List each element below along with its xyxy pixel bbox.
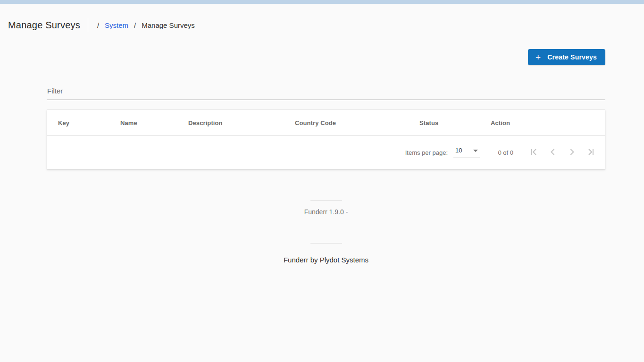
filter-input[interactable] — [47, 85, 605, 100]
previous-page-icon — [547, 146, 559, 159]
last-page-icon — [585, 146, 596, 159]
column-header-action: Action — [491, 119, 605, 126]
page-size-value: 10 — [455, 147, 462, 154]
breadcrumb-current: Manage Surveys — [142, 21, 195, 29]
column-header-name: Name — [120, 119, 188, 126]
page-title: Manage Surveys — [8, 20, 80, 31]
header-divider — [88, 18, 88, 32]
breadcrumb: / System / Manage Surveys — [97, 21, 195, 29]
app-credit-text: Funderr by Plydot Systems — [47, 256, 605, 264]
first-page-icon — [528, 146, 540, 159]
toolbar: + Create Surveys — [0, 49, 605, 65]
surveys-table-card: Key Name Description Country Code Status… — [47, 109, 605, 169]
main-content: Key Name Description Country Code Status… — [47, 85, 605, 264]
column-header-description: Description — [188, 119, 295, 126]
next-page-icon — [566, 146, 577, 159]
column-header-country-code: Country Code — [295, 119, 419, 126]
column-header-key: Key — [47, 119, 120, 126]
next-page-button[interactable] — [562, 143, 581, 162]
table-header-row: Key Name Description Country Code Status… — [47, 110, 605, 136]
previous-page-button[interactable] — [544, 143, 562, 162]
chevron-down-icon — [473, 150, 478, 152]
page-header: Manage Surveys / System / Manage Surveys — [0, 4, 644, 33]
create-surveys-button[interactable]: + Create Surveys — [528, 49, 605, 65]
top-accent-strip — [0, 0, 644, 4]
app-version-text: Funderr 1.9.0 - — [47, 208, 605, 216]
first-page-button[interactable] — [525, 143, 544, 162]
items-per-page-label: Items per page: — [405, 149, 448, 156]
page-size-select[interactable]: 10 — [453, 147, 480, 158]
paginator: Items per page: 10 0 of 0 — [47, 136, 605, 169]
footer-divider — [310, 200, 342, 201]
last-page-button[interactable] — [581, 143, 600, 162]
create-surveys-button-label: Create Surveys — [547, 53, 597, 61]
breadcrumb-separator: / — [97, 21, 99, 29]
column-header-status: Status — [419, 119, 491, 126]
breadcrumb-link-system[interactable]: System — [105, 21, 128, 29]
plus-icon: + — [535, 53, 541, 62]
filter-field — [47, 85, 605, 100]
footer-divider — [310, 243, 342, 244]
breadcrumb-separator: / — [134, 21, 136, 29]
footer: Funderr 1.9.0 - Funderr by Plydot System… — [47, 200, 605, 264]
paginator-range-label: 0 of 0 — [498, 149, 513, 156]
